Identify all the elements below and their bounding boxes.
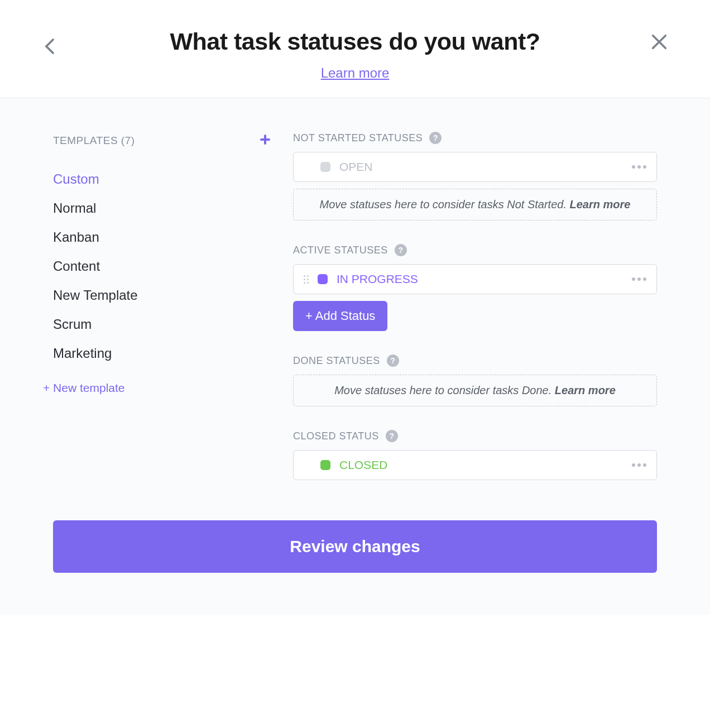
template-item-kanban[interactable]: Kanban	[53, 223, 271, 252]
chevron-left-icon	[45, 38, 55, 55]
status-card-open[interactable]: OPEN	[293, 152, 657, 182]
closed-label: CLOSED STATUS	[293, 430, 379, 442]
close-icon	[650, 32, 669, 51]
done-label: DONE STATUSES	[293, 355, 380, 367]
templates-count-label: TEMPLATES (7)	[53, 135, 135, 147]
status-menu-button[interactable]	[632, 463, 646, 467]
active-label: ACTIVE STATUSES	[293, 245, 388, 256]
status-name: CLOSED	[339, 458, 623, 472]
review-changes-button[interactable]: Review changes	[53, 520, 657, 573]
drag-handle-icon[interactable]	[304, 275, 309, 284]
template-item-scrum[interactable]: Scrum	[53, 310, 271, 339]
done-section: DONE STATUSES ? Move statuses here to co…	[293, 355, 657, 406]
status-menu-button[interactable]	[632, 277, 646, 281]
modal-body: TEMPLATES (7) Custom Normal Kanban Conte…	[0, 98, 710, 520]
status-editor: NOT STARTED STATUSES ? OPEN Move statuse…	[293, 132, 657, 487]
not-started-dropzone[interactable]: Move statuses here to consider tasks Not…	[293, 189, 657, 221]
modal-header: What task statuses do you want? Learn mo…	[0, 0, 710, 98]
close-button[interactable]	[650, 32, 669, 54]
template-item-custom[interactable]: Custom	[53, 165, 271, 194]
learn-more-link[interactable]: Learn more	[321, 65, 390, 81]
templates-sidebar: TEMPLATES (7) Custom Normal Kanban Conte…	[53, 132, 293, 487]
template-item-new-template[interactable]: New Template	[53, 281, 271, 310]
template-item-content[interactable]: Content	[53, 252, 271, 281]
plus-icon	[260, 134, 271, 145]
done-dropzone[interactable]: Move statuses here to consider tasks Don…	[293, 375, 657, 406]
status-color-swatch	[320, 460, 330, 470]
help-icon[interactable]: ?	[387, 355, 399, 367]
not-started-section: NOT STARTED STATUSES ? OPEN Move statuse…	[293, 132, 657, 221]
status-color-swatch	[318, 274, 328, 284]
status-name: OPEN	[339, 160, 623, 174]
templates-header: TEMPLATES (7)	[53, 132, 271, 149]
active-section: ACTIVE STATUSES ? IN PROGRESS + Add Stat…	[293, 244, 657, 331]
dropzone-text: Move statuses here to consider tasks Not…	[320, 198, 570, 210]
status-card-in-progress[interactable]: IN PROGRESS	[293, 264, 657, 294]
dropzone-text: Move statuses here to consider tasks Don…	[334, 384, 555, 396]
new-template-button[interactable]: + New template	[43, 381, 271, 395]
template-item-normal[interactable]: Normal	[53, 194, 271, 223]
help-icon[interactable]: ?	[429, 132, 442, 144]
page-title: What task statuses do you want?	[0, 28, 710, 55]
status-name: IN PROGRESS	[337, 272, 623, 286]
modal-footer: Review changes	[0, 520, 710, 615]
help-icon[interactable]: ?	[386, 430, 398, 442]
status-color-swatch	[320, 162, 330, 172]
not-started-label: NOT STARTED STATUSES	[293, 132, 423, 144]
status-menu-button[interactable]	[632, 165, 646, 169]
status-card-closed[interactable]: CLOSED	[293, 450, 657, 480]
back-button[interactable]	[45, 38, 55, 57]
add-template-button[interactable]	[260, 132, 271, 149]
dropzone-learn-more[interactable]: Learn more	[570, 198, 631, 210]
help-icon[interactable]: ?	[395, 244, 407, 256]
dropzone-learn-more[interactable]: Learn more	[555, 384, 616, 396]
template-list: Custom Normal Kanban Content New Templat…	[53, 165, 271, 368]
closed-section: CLOSED STATUS ? CLOSED	[293, 430, 657, 480]
template-item-marketing[interactable]: Marketing	[53, 339, 271, 368]
add-status-button[interactable]: + Add Status	[293, 301, 387, 331]
